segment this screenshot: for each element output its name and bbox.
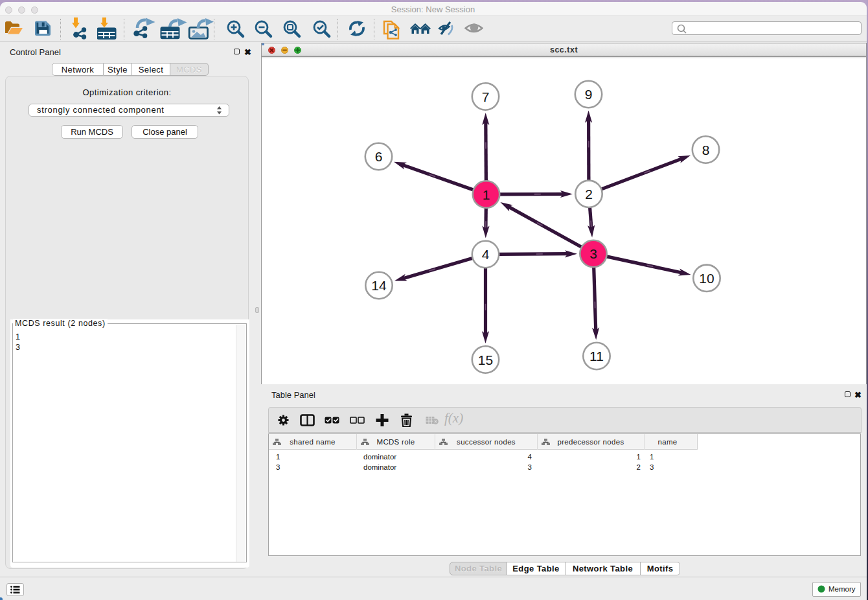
svg-text:4: 4: [482, 247, 490, 262]
svg-text:11: 11: [589, 349, 604, 363]
svg-text:1: 1: [483, 187, 490, 202]
svg-text:6: 6: [375, 149, 383, 164]
svg-text:3: 3: [589, 246, 597, 261]
svg-text:10: 10: [699, 271, 714, 286]
svg-text:9: 9: [585, 87, 593, 102]
svg-text:7: 7: [482, 89, 490, 104]
svg-text:8: 8: [702, 143, 710, 157]
svg-text:15: 15: [478, 352, 493, 367]
svg-text:14: 14: [371, 278, 387, 293]
svg-text:2: 2: [585, 187, 593, 202]
